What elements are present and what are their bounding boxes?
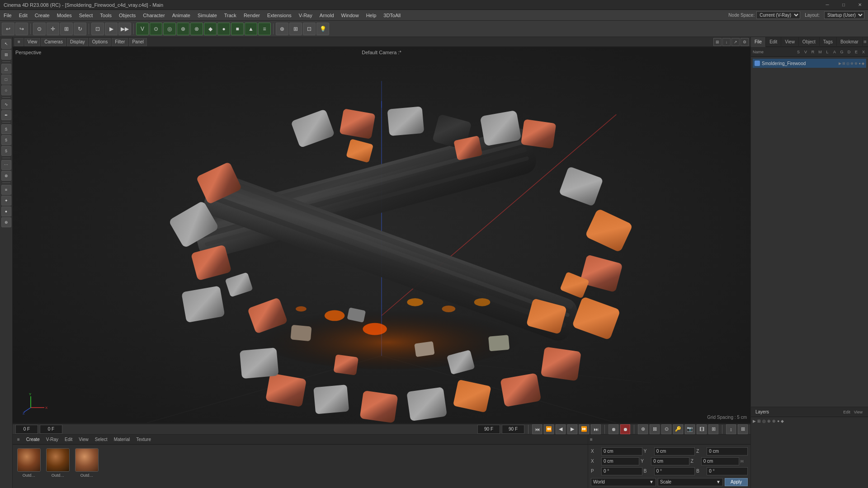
sb-dollar-2[interactable]: $: [1, 135, 11, 145]
sb-dollar-1[interactable]: $: [1, 124, 11, 134]
coord-system-dropdown[interactable]: World ▼: [591, 478, 656, 486]
p-field[interactable]: 0 °: [654, 467, 695, 475]
keyframe-add-button[interactable]: ⊕: [638, 424, 648, 434]
render-view-button[interactable]: ▶: [105, 23, 118, 35]
mp-menu-toggle[interactable]: ≡: [14, 434, 23, 444]
vp-maximize-icon[interactable]: ⊞: [713, 38, 722, 46]
sb-spline-tool[interactable]: ∿: [1, 99, 11, 109]
menu-arnold[interactable]: Arnold: [316, 10, 338, 21]
layer-icon-4[interactable]: ⊕: [767, 419, 771, 486]
material-swatch-2[interactable]: Outd…: [45, 448, 71, 478]
rp-file-tab[interactable]: File: [751, 37, 766, 47]
obj-icon-diamond[interactable]: ◆: [862, 61, 864, 66]
z-pos-field[interactable]: 0 cm: [707, 447, 748, 455]
menu-create[interactable]: Create: [31, 10, 53, 21]
mp-select-tab[interactable]: Select: [92, 434, 110, 444]
layer-icon-3[interactable]: ◎: [762, 419, 766, 486]
sb-mode-2[interactable]: ⊞: [1, 50, 11, 60]
vray-icon-9[interactable]: ▲: [245, 23, 257, 35]
rp-object-tab[interactable]: Object: [799, 37, 820, 47]
motion-clip-button[interactable]: 🎞: [697, 424, 707, 434]
redo-button[interactable]: ↪: [15, 23, 28, 35]
sb-sphere-tool[interactable]: ○: [1, 85, 11, 95]
play-reverse-button[interactable]: ◀: [556, 424, 566, 434]
timeline-toggle-button[interactable]: 🔑: [673, 424, 683, 434]
obj-icon-dot[interactable]: ●: [859, 61, 861, 66]
mp-create-tab[interactable]: Create: [24, 434, 42, 444]
attr-menu-toggle[interactable]: ≡: [590, 437, 593, 442]
mp-texture-tab[interactable]: Texture: [133, 434, 154, 444]
move-button[interactable]: ✛: [47, 23, 59, 35]
minimize-button[interactable]: ─: [819, 0, 835, 10]
menu-character[interactable]: Character: [139, 10, 168, 21]
vp-menu-toggle[interactable]: ≡: [14, 38, 24, 46]
transform-mode-dropdown[interactable]: Scale ▼: [658, 478, 723, 486]
menu-tools[interactable]: Tools: [96, 10, 115, 21]
menu-track[interactable]: Track: [221, 10, 240, 21]
vray-icon-6[interactable]: ◆: [204, 23, 217, 35]
maximize-button[interactable]: □: [835, 0, 852, 10]
menu-select[interactable]: Select: [75, 10, 97, 21]
mp-vray-tab[interactable]: V-Ray: [43, 434, 61, 444]
vp-display-menu[interactable]: Display: [67, 38, 88, 46]
obj-icon-plus[interactable]: ⊕: [850, 61, 854, 66]
vp-panel-menu[interactable]: Panel: [129, 38, 147, 46]
obj-icon-play[interactable]: ▶: [839, 61, 841, 66]
vp-view-menu[interactable]: View: [24, 38, 41, 46]
rotate-button[interactable]: ↻: [74, 23, 86, 35]
layers-tab-main[interactable]: Layers: [753, 407, 772, 417]
sb-obj-btn[interactable]: ⊕: [1, 217, 11, 227]
vp-options-menu[interactable]: Options: [89, 38, 111, 46]
vray-icon-10[interactable]: ≡: [258, 23, 271, 35]
object-row-firewood[interactable]: Smoldering_Firewood ▶ ⊞ ◎ ⊕ ⊗ ● ◆: [753, 59, 866, 68]
layers-edit-tab[interactable]: Edit: [843, 410, 850, 414]
menu-window[interactable]: Window: [338, 10, 363, 21]
y-pos-field[interactable]: 0 cm: [654, 447, 695, 455]
live-selection-button[interactable]: ⊙: [33, 23, 46, 35]
layer-icon-2[interactable]: ⊞: [757, 419, 761, 486]
end-frame-left-field[interactable]: 90 F: [477, 425, 500, 434]
sb-polygon-tool[interactable]: △: [1, 64, 11, 74]
sb-grid-btn[interactable]: ≡: [1, 185, 11, 195]
sb-dollar-3[interactable]: $: [1, 146, 11, 156]
sb-layer-btn[interactable]: ✦: [1, 196, 11, 206]
record-button[interactable]: ⏺: [620, 424, 630, 434]
vp-settings-icon[interactable]: ⚙: [741, 38, 749, 46]
step-forward-button[interactable]: ⏩: [579, 424, 589, 434]
rp-edit-tab[interactable]: Edit: [766, 37, 781, 47]
material-swatch-1[interactable]: Outd…: [16, 448, 42, 478]
sb-pen-tool[interactable]: ✒: [1, 110, 11, 120]
snap-button[interactable]: ⊕: [276, 23, 288, 35]
menu-modes[interactable]: Modes: [53, 10, 75, 21]
obj-icon-grid[interactable]: ⊞: [842, 61, 845, 66]
viewport-canvas[interactable]: Perspective Default Camera :* Grid Spaci…: [13, 47, 750, 423]
b-field[interactable]: 0 °: [707, 467, 748, 475]
close-button[interactable]: ✕: [852, 0, 868, 10]
vray-icon-5[interactable]: ⊗: [190, 23, 203, 35]
vp-cameras-menu[interactable]: Cameras: [41, 38, 66, 46]
motion-record-button[interactable]: ⏺: [609, 424, 618, 434]
vray-cam-button[interactable]: 📷: [685, 424, 695, 434]
sb-magnet-tool[interactable]: ⋯: [1, 160, 11, 170]
rp-bookmar-tab[interactable]: Bookmar: [837, 37, 863, 47]
menu-file[interactable]: File: [0, 10, 15, 21]
layer-icon-5[interactable]: ⊗: [772, 419, 776, 486]
mp-edit-tab[interactable]: Edit: [62, 434, 75, 444]
vray-icon-2[interactable]: ⊙: [150, 23, 162, 35]
layout-btn-2[interactable]: ⊞: [738, 424, 748, 434]
menu-edit[interactable]: Edit: [15, 10, 31, 21]
obj-icon-circle[interactable]: ◎: [846, 61, 849, 66]
menu-render[interactable]: Render: [240, 10, 264, 21]
menu-help[interactable]: Help: [363, 10, 380, 21]
sb-mode-1[interactable]: ↖: [1, 39, 11, 49]
render-button[interactable]: ▶▶: [118, 23, 131, 35]
camera-button[interactable]: ⊡: [303, 23, 316, 35]
scale-button[interactable]: ⊞: [60, 23, 73, 35]
menu-3dtoall[interactable]: 3DToAll: [380, 10, 404, 21]
vray-icon-8[interactable]: ■: [231, 23, 244, 35]
y2-field[interactable]: 0 cm: [651, 457, 689, 465]
z2-field[interactable]: 0 cm: [701, 457, 739, 465]
go-to-start-button[interactable]: ⏮: [532, 424, 542, 434]
keyframe-auto-button[interactable]: ⊙: [661, 424, 671, 434]
start-frame-field[interactable]: 0 F: [15, 425, 38, 434]
